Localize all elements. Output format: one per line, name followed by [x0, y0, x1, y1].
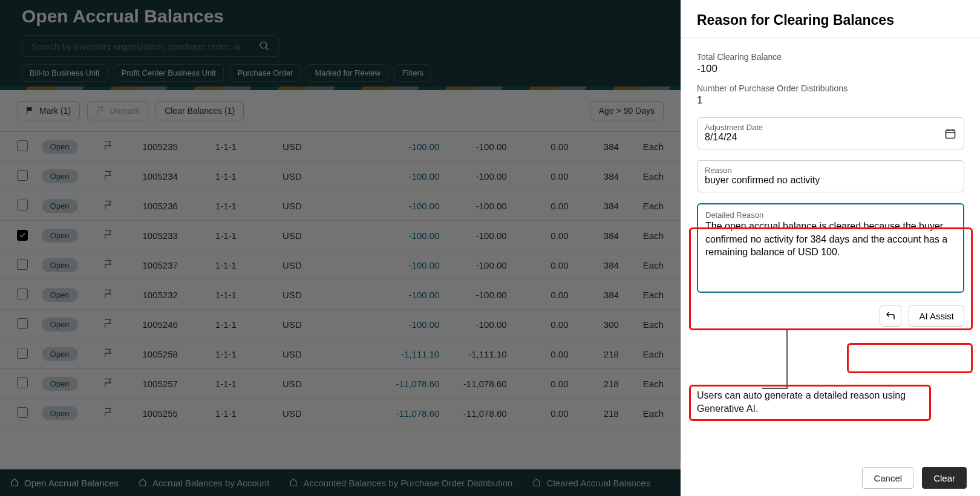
cell-amount-1: -100.00: [356, 142, 440, 152]
adjustment-date-field[interactable]: Adjustment Date: [697, 117, 964, 149]
cell-unit: Each: [619, 319, 664, 330]
flag-outline-icon[interactable]: [103, 259, 113, 269]
table-row[interactable]: Open 1005236 1-1-1 USD -100.00 -100.00 0…: [0, 191, 681, 221]
row-checkbox[interactable]: [17, 259, 28, 270]
clear-balances-button[interactable]: Clear Balances (1): [155, 101, 244, 120]
cell-currency: USD: [283, 142, 355, 152]
flag-outline-icon[interactable]: [103, 348, 113, 358]
page-title: Open Accrual Balances: [22, 6, 659, 27]
svg-rect-2: [946, 130, 955, 138]
flag-outline-icon[interactable]: [103, 141, 113, 151]
flag-outline-icon[interactable]: [103, 230, 113, 240]
flag-outline-icon[interactable]: [103, 378, 113, 388]
cell-unit: Each: [619, 142, 664, 152]
cell-lines: 1-1-1: [215, 201, 283, 211]
flag-outline-icon[interactable]: [103, 200, 113, 210]
reason-input[interactable]: [705, 175, 956, 186]
table-row[interactable]: Open 1005257 1-1-1 USD -11,078.60 -11,07…: [0, 369, 681, 399]
row-checkbox[interactable]: [17, 289, 28, 299]
cell-age: 384: [569, 142, 619, 152]
home-icon: [289, 478, 298, 488]
cell-unit: Each: [619, 379, 664, 389]
row-checkbox[interactable]: [17, 230, 28, 241]
cell-unit: Each: [619, 290, 664, 300]
cell-lines: 1-1-1: [215, 349, 283, 359]
mark-label: Mark (1): [39, 106, 71, 116]
filter-chip[interactable]: Profit Center Business Unit: [114, 64, 224, 82]
search-input[interactable]: [31, 41, 249, 51]
filter-chip[interactable]: Filters: [394, 64, 431, 82]
home-icon: [532, 478, 541, 488]
cell-zero: 0.00: [507, 290, 569, 300]
po-count-label: Number of Purchase Order Distributions: [697, 83, 964, 93]
row-checkbox[interactable]: [17, 348, 28, 359]
cell-zero: 0.00: [507, 408, 569, 419]
ai-assist-button[interactable]: AI Assist: [909, 305, 964, 327]
cancel-button[interactable]: Cancel: [862, 467, 913, 489]
calendar-icon[interactable]: [944, 128, 956, 140]
search-bar[interactable]: [22, 35, 279, 57]
table-row[interactable]: Open 1005237 1-1-1 USD -100.00 -100.00 0…: [0, 250, 681, 280]
cell-amount-1: -100.00: [356, 319, 440, 330]
cell-unit: Each: [619, 201, 664, 211]
table-row[interactable]: Open 1005255 1-1-1 USD -11,078.60 -11,07…: [0, 399, 681, 428]
table-row[interactable]: Open 1005234 1-1-1 USD -100.00 -100.00 0…: [0, 162, 681, 191]
cell-amount-2: -100.00: [439, 171, 506, 181]
row-checkbox[interactable]: [17, 140, 28, 151]
cell-doc: 1005257: [143, 379, 215, 389]
filter-chip[interactable]: Purchase Order: [230, 64, 301, 82]
cell-amount-1: -11,078.60: [356, 408, 440, 419]
table-row[interactable]: Open 1005233 1-1-1 USD -100.00 -100.00 0…: [0, 221, 681, 250]
cell-age: 384: [569, 260, 619, 270]
row-checkbox[interactable]: [17, 200, 28, 210]
table-row[interactable]: Open 1005258 1-1-1 USD -1,111.10 -1,111.…: [0, 339, 681, 369]
reason-field[interactable]: Reason: [697, 160, 964, 192]
bottom-tab[interactable]: Accounted Balances by Purchase Order Dis…: [289, 478, 512, 488]
cell-zero: 0.00: [507, 260, 569, 270]
detailed-reason-input[interactable]: [705, 220, 956, 279]
undo-button[interactable]: [880, 305, 901, 327]
cell-age: 218: [569, 379, 619, 389]
bottom-tab-label: Accounted Balances by Purchase Order Dis…: [303, 478, 512, 488]
age-filter-button[interactable]: Age > 90 Days: [590, 101, 664, 120]
cell-lines: 1-1-1: [215, 171, 283, 181]
mark-button[interactable]: Mark (1): [17, 101, 80, 120]
table-row[interactable]: Open 1005246 1-1-1 USD -100.00 -100.00 0…: [0, 310, 681, 339]
cell-doc: 1005255: [143, 408, 215, 419]
clear-balances-label: Clear Balances (1): [165, 106, 235, 116]
row-checkbox[interactable]: [17, 407, 28, 418]
bottom-tab[interactable]: Accrual Balances by Account: [138, 478, 269, 488]
cell-amount-1: -11,078.60: [356, 379, 440, 389]
cell-unit: Each: [619, 260, 664, 270]
cell-lines: 1-1-1: [215, 142, 283, 152]
bottom-tab-label: Cleared Accrual Balances: [546, 478, 650, 488]
cell-doc: 1005234: [143, 171, 215, 181]
unmark-button[interactable]: Unmark: [87, 101, 148, 120]
bottom-tab[interactable]: Cleared Accrual Balances: [532, 478, 650, 488]
cell-age: 218: [569, 408, 619, 419]
flag-outline-icon[interactable]: [103, 319, 113, 328]
cell-amount-1: -100.00: [356, 290, 440, 300]
flag-outline-icon[interactable]: [103, 289, 113, 299]
callout-text: Users can auto generate a detailed reaso…: [697, 389, 920, 415]
bottom-tab-label: Open Accrual Balances: [24, 478, 119, 488]
detailed-reason-field[interactable]: Detailed Reason: [697, 203, 964, 293]
flag-outline-icon[interactable]: [103, 171, 113, 180]
cell-zero: 0.00: [507, 379, 569, 389]
status-badge: Open: [42, 318, 78, 331]
clear-button[interactable]: Clear: [922, 467, 967, 489]
adjustment-date-input[interactable]: [705, 132, 956, 143]
row-checkbox[interactable]: [17, 318, 28, 329]
bottom-tab[interactable]: Open Accrual Balances: [10, 478, 119, 488]
row-checkbox[interactable]: [17, 377, 28, 388]
table-row[interactable]: Open 1005232 1-1-1 USD -100.00 -100.00 0…: [0, 280, 681, 310]
table-row[interactable]: Open 1005235 1-1-1 USD -100.00 -100.00 0…: [0, 132, 681, 162]
cell-doc: 1005235: [143, 142, 215, 152]
filter-chip[interactable]: Marked for Review: [307, 64, 388, 82]
filter-chip[interactable]: Bill-to Business Unit: [22, 64, 108, 82]
cell-amount-2: -11,078.60: [439, 379, 506, 389]
row-checkbox[interactable]: [17, 170, 28, 181]
flag-outline-icon[interactable]: [103, 408, 113, 417]
cell-amount-2: -100.00: [439, 201, 506, 211]
status-badge: Open: [42, 199, 78, 213]
